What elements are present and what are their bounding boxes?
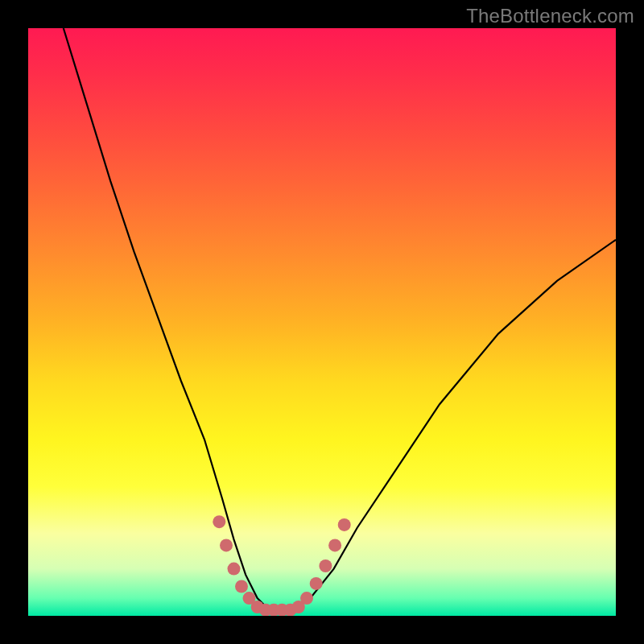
curve-marker	[328, 539, 341, 551]
plot-svg	[28, 28, 616, 616]
curve-marker	[228, 563, 241, 576]
curve-marker	[338, 518, 351, 531]
curve-marker	[213, 515, 225, 528]
curve-marker	[319, 559, 332, 572]
chart-outer-frame: TheBottleneck.com	[0, 0, 644, 644]
plot-area	[28, 28, 616, 616]
curve-marker	[310, 577, 323, 590]
curve-marker	[235, 580, 248, 593]
curve-marker	[300, 592, 313, 605]
watermark-text: TheBottleneck.com	[466, 5, 634, 27]
curve-marker	[220, 539, 233, 551]
marker-group	[213, 515, 350, 616]
